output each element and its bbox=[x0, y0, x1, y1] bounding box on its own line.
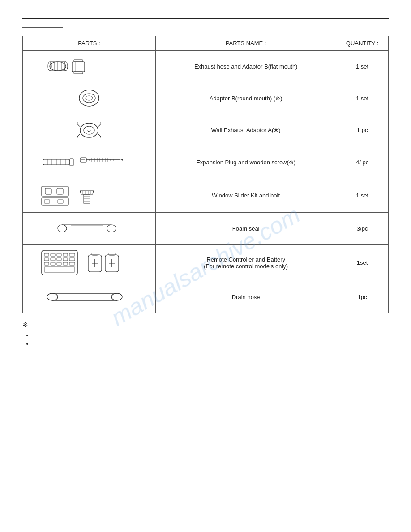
wall-adaptor-name: Wall Exhaust Adaptor A(※) bbox=[156, 114, 336, 146]
svg-rect-10 bbox=[72, 62, 85, 72]
svg-rect-27 bbox=[70, 159, 73, 166]
sub-line bbox=[22, 27, 63, 28]
exhaust-hose-name: Exhaust hose and Adaptor B(flat mouth) bbox=[156, 51, 336, 82]
svg-point-57 bbox=[58, 225, 67, 232]
svg-point-15 bbox=[79, 90, 99, 106]
remote-qty: 1set bbox=[336, 245, 389, 281]
svg-rect-12 bbox=[74, 72, 83, 74]
drain-hose-qty: 1pc bbox=[336, 281, 389, 313]
bullet-item bbox=[33, 332, 389, 339]
expansion-plug-name: Expansion Plug and wooden screw(※) bbox=[156, 146, 336, 178]
svg-point-18 bbox=[80, 123, 98, 137]
svg-rect-65 bbox=[57, 253, 61, 256]
header-parts: PARTS : bbox=[23, 36, 156, 51]
svg-rect-62 bbox=[42, 250, 77, 275]
svg-rect-66 bbox=[63, 253, 68, 256]
svg-rect-75 bbox=[57, 262, 61, 265]
header-parts-name: PARTS NAME : bbox=[156, 36, 336, 51]
svg-rect-44 bbox=[57, 188, 63, 194]
adaptor-b-name: Adaptor B(round mouth) (※) bbox=[156, 82, 336, 114]
foam-seal-name: Foam seal bbox=[156, 213, 336, 245]
bullet-item bbox=[33, 340, 389, 347]
header-quantity: QUANTITY : bbox=[336, 36, 389, 51]
svg-rect-11 bbox=[74, 60, 83, 62]
svg-rect-76 bbox=[63, 262, 68, 265]
svg-rect-70 bbox=[57, 258, 61, 261]
adaptor-b-image bbox=[27, 86, 151, 110]
table-row: Exhaust hose and Adaptor B(flat mouth) 1… bbox=[23, 51, 389, 82]
note-section: ※ bbox=[22, 321, 389, 347]
svg-marker-48 bbox=[80, 191, 94, 194]
adaptor-b-qty: 1 set bbox=[336, 82, 389, 114]
table-row: Remote Controller and Battery (For remot… bbox=[23, 245, 389, 281]
foam-seal-qty: 3/pc bbox=[336, 213, 389, 245]
table-row: Window Slider Kit and bolt 1 set bbox=[23, 178, 389, 213]
table-row: Expansion Plug and wooden screw(※) 4/ pc bbox=[23, 146, 389, 178]
svg-point-16 bbox=[83, 94, 95, 103]
svg-rect-45 bbox=[42, 198, 68, 205]
svg-rect-47 bbox=[58, 200, 63, 203]
foam-seal-image bbox=[27, 216, 151, 240]
window-slider-name: Window Slider Kit and bolt bbox=[156, 178, 336, 213]
table-row: Drain hose 1pc bbox=[23, 281, 389, 313]
svg-rect-73 bbox=[44, 262, 49, 265]
drain-hose-name: Drain hose bbox=[156, 281, 336, 313]
svg-rect-42 bbox=[42, 186, 68, 196]
remote-image bbox=[27, 248, 151, 277]
svg-rect-72 bbox=[69, 258, 75, 261]
svg-rect-64 bbox=[51, 253, 55, 256]
svg-point-90 bbox=[111, 293, 122, 300]
window-slider-qty: 1 set bbox=[336, 178, 389, 213]
svg-rect-43 bbox=[45, 188, 51, 194]
parts-table: PARTS : PARTS NAME : QUANTITY : bbox=[22, 36, 389, 313]
svg-rect-74 bbox=[51, 262, 55, 265]
wall-adaptor-qty: 1 pc bbox=[336, 114, 389, 146]
svg-marker-41 bbox=[120, 159, 123, 161]
expansion-plug-qty: 4/ pc bbox=[336, 146, 389, 178]
drain-hose-image bbox=[27, 285, 151, 309]
note-symbol: ※ bbox=[22, 321, 28, 329]
table-row: Wall Exhaust Adaptor A(※) 1 pc bbox=[23, 114, 389, 146]
svg-rect-78 bbox=[44, 267, 75, 272]
svg-rect-69 bbox=[51, 258, 55, 261]
window-slider-image bbox=[27, 182, 151, 209]
exhaust-hose-qty: 1 set bbox=[336, 51, 389, 82]
bullet-list bbox=[33, 332, 389, 347]
svg-rect-63 bbox=[44, 253, 49, 256]
top-line bbox=[22, 18, 389, 19]
svg-point-20 bbox=[88, 129, 90, 132]
wall-adaptor-image bbox=[27, 118, 151, 142]
expansion-plug-image bbox=[27, 150, 151, 174]
svg-rect-77 bbox=[69, 262, 75, 265]
svg-rect-68 bbox=[44, 258, 49, 261]
table-row: Adaptor B(round mouth) (※) 1 set bbox=[23, 82, 389, 114]
exhaust-hose-image bbox=[27, 54, 151, 78]
svg-rect-67 bbox=[69, 253, 75, 256]
svg-rect-71 bbox=[63, 258, 68, 261]
svg-point-17 bbox=[86, 96, 93, 100]
svg-point-87 bbox=[47, 293, 58, 300]
svg-point-19 bbox=[84, 126, 94, 134]
svg-point-60 bbox=[107, 225, 116, 232]
remote-name: Remote Controller and Battery (For remot… bbox=[156, 245, 336, 281]
table-row: Foam seal 3/pc bbox=[23, 213, 389, 245]
svg-rect-46 bbox=[44, 200, 50, 203]
